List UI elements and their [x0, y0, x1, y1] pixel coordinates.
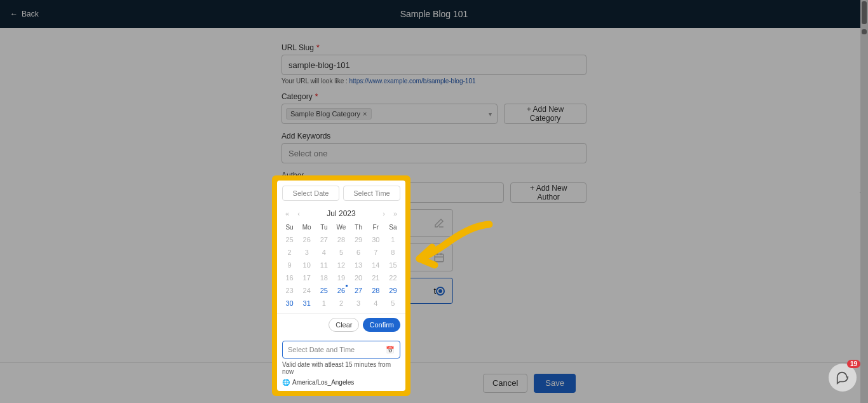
- timezone-label: 🌐 America/Los_Angeles: [282, 379, 400, 386]
- datetime-help: Valid date with atleast 15 minutes from …: [282, 361, 400, 375]
- day-cell[interactable]: 31: [298, 297, 315, 310]
- footer-bar: Cancel Save: [0, 362, 868, 403]
- confirm-button[interactable]: Confirm: [363, 318, 400, 332]
- day-cell[interactable]: 2: [281, 246, 298, 259]
- day-cell[interactable]: 25: [281, 233, 298, 246]
- datepicker-card: Select Date Select Time « ‹ Jul 2023 › »…: [277, 181, 405, 391]
- radio-selected-icon: [436, 287, 445, 296]
- top-bar: ← Back Sample Blog 101: [0, 0, 868, 28]
- scrollbar[interactable]: [860, 0, 868, 403]
- arrow-left-icon: ←: [10, 10, 18, 18]
- day-cell[interactable]: 26: [298, 233, 315, 246]
- day-cell[interactable]: 25: [315, 284, 332, 297]
- day-cell[interactable]: 1: [384, 233, 402, 246]
- day-cell[interactable]: 4: [315, 246, 332, 259]
- category-tag: Sample Blog Category ×: [286, 108, 372, 120]
- chat-icon: [836, 371, 850, 385]
- day-cell[interactable]: 14: [367, 259, 384, 271]
- calendar-icon: [433, 252, 445, 263]
- day-cell[interactable]: 15: [384, 259, 402, 271]
- day-cell[interactable]: 16: [281, 271, 298, 284]
- remove-tag-icon[interactable]: ×: [363, 110, 367, 118]
- next-month-button[interactable]: ›: [379, 208, 389, 219]
- add-category-button[interactable]: + Add New Category: [504, 104, 587, 124]
- page-title: Sample Blog 101: [400, 9, 468, 19]
- day-cell[interactable]: 11: [315, 259, 332, 271]
- add-author-button[interactable]: + Add New Author: [510, 182, 587, 203]
- day-cell[interactable]: 5: [332, 246, 349, 259]
- day-cell[interactable]: 29: [384, 284, 402, 297]
- day-cell[interactable]: 23: [281, 284, 298, 297]
- day-cell[interactable]: 7: [367, 246, 384, 259]
- cancel-button[interactable]: Cancel: [483, 374, 527, 393]
- keywords-label: Add Keywords: [281, 132, 587, 140]
- day-cell[interactable]: 10: [298, 259, 315, 271]
- month-label: Jul 2023: [327, 209, 355, 218]
- calendar-icon: 📅: [386, 346, 395, 354]
- dow-header: Tu: [315, 221, 332, 233]
- category-select[interactable]: Sample Blog Category × ▾: [281, 104, 498, 124]
- publish-at-label: at: [421, 253, 428, 263]
- prev-month-button[interactable]: ‹: [294, 208, 304, 219]
- dow-header: Mo: [298, 221, 315, 233]
- dow-header: Fr: [367, 221, 384, 233]
- dow-header: Sa: [384, 221, 402, 233]
- day-cell[interactable]: 21: [367, 271, 384, 284]
- day-cell[interactable]: 22: [384, 271, 402, 284]
- day-cell[interactable]: 24: [298, 284, 315, 297]
- dow-header: Su: [281, 221, 298, 233]
- datetime-input[interactable]: Select Date and Time 📅: [282, 341, 400, 359]
- back-button[interactable]: ← Back: [0, 10, 49, 18]
- day-cell[interactable]: 26: [332, 284, 349, 297]
- category-label: Category*: [281, 92, 587, 101]
- edit-icon: [433, 217, 445, 229]
- day-cell[interactable]: 29: [350, 233, 367, 246]
- day-cell[interactable]: 20: [350, 271, 367, 284]
- day-cell[interactable]: 8: [384, 246, 402, 259]
- day-cell[interactable]: 27: [315, 233, 332, 246]
- chat-badge: 19: [847, 360, 860, 368]
- day-cell[interactable]: 3: [350, 297, 367, 310]
- url-slug-helper: Your URL will look like : https://www.ex…: [281, 78, 587, 85]
- day-cell[interactable]: 28: [367, 284, 384, 297]
- back-label: Back: [22, 10, 39, 18]
- day-cell[interactable]: 13: [350, 259, 367, 271]
- dow-header: Th: [350, 221, 367, 233]
- url-slug-label: URL Slug*: [281, 43, 587, 52]
- save-button[interactable]: Save: [534, 374, 576, 393]
- datepicker-highlight: Select Date Select Time « ‹ Jul 2023 › »…: [272, 175, 410, 396]
- day-cell[interactable]: 5: [384, 297, 402, 310]
- select-date-tab[interactable]: Select Date: [282, 186, 339, 201]
- day-cell[interactable]: 28: [332, 233, 349, 246]
- prev-year-button[interactable]: «: [282, 208, 292, 219]
- url-preview-link[interactable]: https://www.example.com/b/sample-blog-10…: [349, 78, 476, 85]
- select-time-tab[interactable]: Select Time: [343, 186, 400, 201]
- chat-widget[interactable]: 19: [829, 364, 857, 392]
- globe-icon: 🌐: [282, 379, 290, 386]
- clear-button[interactable]: Clear: [329, 318, 359, 332]
- dow-header: We: [332, 221, 349, 233]
- day-cell[interactable]: 27: [350, 284, 367, 297]
- day-cell[interactable]: 3: [298, 246, 315, 259]
- day-cell[interactable]: 18: [315, 271, 332, 284]
- day-cell[interactable]: 30: [367, 233, 384, 246]
- calendar-grid: SuMoTuWeThFrSa25262728293012345678910111…: [277, 221, 405, 313]
- day-cell[interactable]: 2: [332, 297, 349, 310]
- main-form: URL Slug* Your URL will look like : http…: [0, 28, 868, 403]
- day-cell[interactable]: 17: [298, 271, 315, 284]
- day-cell[interactable]: 9: [281, 259, 298, 271]
- day-cell[interactable]: 6: [350, 246, 367, 259]
- keywords-select[interactable]: Select one: [281, 143, 587, 163]
- day-cell[interactable]: 30: [281, 297, 298, 310]
- day-cell[interactable]: 12: [332, 259, 349, 271]
- day-cell[interactable]: 1: [315, 297, 332, 310]
- url-slug-input[interactable]: [281, 55, 587, 75]
- chevron-down-icon: ▾: [489, 111, 492, 118]
- next-year-button[interactable]: »: [390, 208, 400, 219]
- svg-rect-0: [435, 254, 444, 262]
- day-cell[interactable]: 4: [367, 297, 384, 310]
- day-cell[interactable]: 19: [332, 271, 349, 284]
